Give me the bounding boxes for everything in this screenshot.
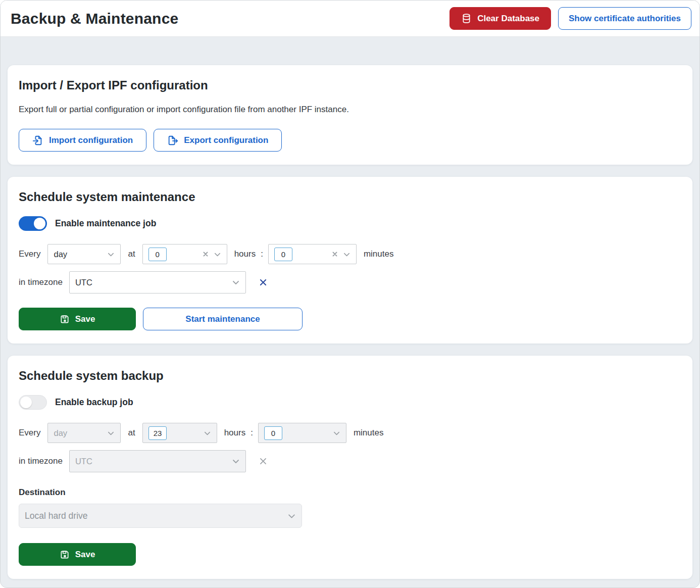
maintenance-hour-value: 0 [148,248,167,261]
import-export-description: Export full or partial configuration or … [19,105,681,115]
chevron-down-icon [232,457,240,465]
import-configuration-button[interactable]: Import configuration [19,129,146,152]
backup-timezone-row: in timezone UTC [19,450,681,472]
toggle-knob [20,397,32,408]
database-icon [461,13,472,24]
chevron-down-icon [214,251,221,258]
destination-label: Destination [19,487,681,498]
header-actions: Clear Database Show certificate authorit… [449,7,691,30]
maintenance-timezone-value: UTC [75,278,92,287]
enable-backup-label: Enable backup job [55,397,133,408]
maintenance-schedule-row: Every day at 0 hours : 0 [19,244,681,264]
backup-actions: Save [19,543,681,566]
import-configuration-label: Import configuration [49,136,133,144]
page-header: Backup & Maintenance Clear Database Show… [1,1,699,37]
floppy-disk-icon [60,314,70,324]
maintenance-card: Schedule system maintenance Enable maint… [8,177,692,344]
toggle-knob [34,218,45,229]
clear-hour-icon[interactable] [202,251,209,258]
maintenance-timezone-row: in timezone UTC [19,271,681,293]
colon-separator: : [251,428,253,438]
maintenance-period-select[interactable]: day [47,244,121,264]
clear-database-button[interactable]: Clear Database [449,7,551,30]
chevron-down-icon [287,512,296,520]
chevron-down-icon [107,251,115,258]
backup-toggle-row: Enable backup job [19,395,681,410]
maintenance-toggle-row: Enable maintenance job [19,216,681,231]
hours-label: hours [234,249,256,259]
backup-minute-select: 0 [258,423,346,443]
maintenance-hour-select[interactable]: 0 [142,244,227,264]
every-label: Every [19,428,40,438]
backup-minute-value: 0 [264,426,282,440]
page-title: Backup & Maintenance [11,10,178,27]
import-export-title: Import / Export IPF configuration [19,78,681,92]
at-label: at [128,249,135,259]
backup-title: Schedule system backup [19,369,681,383]
chevron-down-icon [333,429,340,437]
backup-maintenance-page: Backup & Maintenance Clear Database Show… [0,0,700,588]
minutes-label: minutes [354,428,384,438]
document-import-icon [32,135,43,146]
maintenance-actions: Save Start maintenance [19,308,681,330]
backup-period-value: day [54,428,67,438]
backup-timezone-value: UTC [75,457,92,466]
colon-separator: : [261,249,263,259]
export-configuration-label: Export configuration [184,136,268,144]
start-maintenance-button[interactable]: Start maintenance [143,308,303,330]
chevron-down-icon [343,251,351,258]
maintenance-title: Schedule system maintenance [19,190,681,204]
destination-select: Local hard drive [19,504,302,528]
chevron-down-icon [232,278,240,286]
show-certificate-authorities-button[interactable]: Show certificate authorities [558,7,691,30]
floppy-disk-icon [60,550,70,560]
timezone-label: in timezone [19,277,63,287]
enable-maintenance-toggle[interactable] [19,216,47,231]
clear-timezone-icon[interactable] [259,278,268,287]
clear-timezone-icon [259,457,268,466]
clear-database-label: Clear Database [477,14,539,23]
clear-minute-icon[interactable] [331,251,338,258]
backup-timezone-select: UTC [69,450,246,472]
maintenance-minute-value: 0 [274,248,292,261]
chevron-down-icon [107,429,115,437]
backup-hour-select: 23 [142,423,217,443]
every-label: Every [19,249,40,259]
maintenance-minute-select[interactable]: 0 [268,244,357,264]
backup-period-select: day [47,423,121,443]
backup-save-button[interactable]: Save [19,543,136,566]
hours-label: hours [224,428,246,438]
import-export-actions: Import configuration Export configuratio… [19,129,681,152]
backup-card: Schedule system backup Enable backup job… [8,356,692,579]
destination-value: Local hard drive [25,511,88,521]
maintenance-timezone-select[interactable]: UTC [69,271,246,293]
maintenance-period-value: day [54,250,67,259]
timezone-label: in timezone [19,456,63,466]
import-export-card: Import / Export IPF configuration Export… [8,65,692,165]
backup-save-label: Save [75,550,95,559]
backup-schedule-row: Every day at 23 hours : 0 [19,423,681,443]
maintenance-save-label: Save [75,315,95,323]
start-maintenance-label: Start maintenance [185,315,260,323]
enable-maintenance-label: Enable maintenance job [55,218,156,229]
page-content: Import / Export IPF configuration Export… [1,37,699,586]
at-label: at [128,428,135,438]
maintenance-save-button[interactable]: Save [19,308,136,330]
show-certificate-authorities-label: Show certificate authorities [569,14,681,23]
chevron-down-icon [204,429,211,437]
backup-hour-value: 23 [148,426,167,440]
minutes-label: minutes [364,249,394,259]
document-export-icon [167,135,178,146]
enable-backup-toggle[interactable] [19,395,47,410]
export-configuration-button[interactable]: Export configuration [154,129,282,152]
